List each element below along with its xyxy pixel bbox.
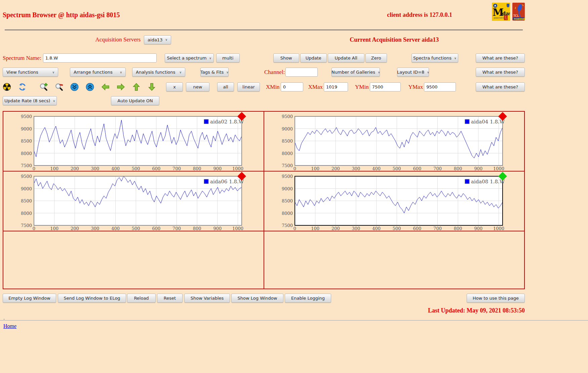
number-of-galleries-dropdown[interactable]: Number of Galleries∨	[331, 68, 380, 77]
xmax-label: XMax	[308, 84, 323, 90]
update-rate-dropdown[interactable]: Update Rate (8 secs)∨	[3, 96, 57, 105]
svg-text:8500: 8500	[21, 139, 32, 144]
svg-text:600: 600	[152, 226, 160, 230]
acquisition-server-value: aida13	[148, 37, 162, 42]
view-functions-dropdown[interactable]: View functions∨	[3, 68, 58, 77]
midas-logo-sub: powered by	[494, 17, 505, 19]
gallery-cell-aida08[interactable]: 7500800085009000950001002003004005006007…	[264, 172, 524, 231]
svg-text:500: 500	[132, 226, 140, 230]
zero-button[interactable]: Zero	[365, 53, 387, 63]
what-are-these-button-2[interactable]: What are these?	[476, 68, 525, 77]
update-rate-row: Update Rate (8 secs)∨ Auto Update ON	[3, 96, 525, 105]
logos: M idas powered by TCL	[492, 3, 525, 22]
layout-id-dropdown[interactable]: Layout ID=8∨	[397, 68, 429, 77]
gallery-cell-aida02[interactable]: 7500800085009000950001002003004005006007…	[3, 112, 264, 171]
svg-text:500: 500	[392, 166, 401, 171]
ymin-input[interactable]	[370, 82, 401, 91]
svg-text:700: 700	[433, 166, 442, 171]
home-link[interactable]: Home	[3, 323, 16, 329]
enable-logging-button[interactable]: Enable Logging	[285, 294, 331, 303]
stray-dot: .	[3, 317, 588, 320]
svg-text:1000: 1000	[493, 226, 504, 230]
all-button[interactable]: all	[217, 82, 234, 91]
auto-update-button[interactable]: Auto Update ON	[111, 96, 159, 105]
last-updated-text: Last Updated: May 09, 2021 08:53:50	[428, 307, 525, 314]
what-are-these-button-1[interactable]: What are these?	[476, 53, 525, 63]
svg-text:9000: 9000	[21, 126, 32, 132]
svg-text:600: 600	[152, 166, 160, 171]
gallery-cell-aida06[interactable]: 7500800085009000950001002003004005006007…	[3, 172, 264, 231]
svg-text:aida08 1.8.W: aida08 1.8.W	[471, 179, 505, 185]
chevron-down-icon: ∨	[165, 38, 167, 41]
log-buttons-row: Empty Log Window Send Log Window to ELog…	[3, 294, 525, 303]
tags-fits-dropdown[interactable]: Tags & Fits∨	[200, 68, 229, 77]
zoom-in-icon[interactable]	[39, 83, 48, 91]
svg-text:7500: 7500	[21, 223, 32, 228]
arrow-up-icon[interactable]	[132, 83, 141, 91]
reload-button[interactable]: Reload	[127, 294, 156, 303]
svg-text:9000: 9000	[21, 186, 32, 191]
svg-text:7500: 7500	[281, 223, 292, 228]
empty-log-window-button[interactable]: Empty Log Window	[3, 294, 56, 303]
channel-input[interactable]	[285, 68, 318, 77]
svg-text:8000: 8000	[21, 151, 32, 156]
show-button[interactable]: Show	[273, 53, 299, 63]
svg-text:aida04 1.8.W: aida04 1.8.W	[471, 119, 505, 125]
select-a-spectrum-dropdown[interactable]: Select a spectrum∨	[165, 53, 214, 63]
xmax-input[interactable]	[324, 82, 348, 91]
new-button[interactable]: new	[186, 82, 209, 91]
ymax-input[interactable]	[424, 82, 456, 91]
svg-text:900: 900	[474, 226, 482, 230]
svg-text:400: 400	[372, 226, 381, 230]
gallery-cell-aida04[interactable]: 7500800085009000950001002003004005006007…	[264, 112, 524, 171]
svg-text:400: 400	[111, 166, 120, 171]
show-variables-button[interactable]: Show Variables	[184, 294, 230, 303]
tcl-logo-powered: POWERED	[514, 18, 525, 21]
update-all-button[interactable]: Update All	[328, 53, 364, 63]
xmin-label: XMin	[266, 84, 280, 90]
send-log-window-to-elog-button[interactable]: Send Log Window to ELog	[58, 294, 126, 303]
svg-text:0: 0	[293, 226, 296, 230]
spectra-functions-dropdown[interactable]: Spectra functions∨	[411, 53, 458, 63]
chevron-down-icon: ∨	[179, 71, 182, 74]
chevron-down-icon: ∨	[427, 71, 429, 74]
multi-button[interactable]: multi	[216, 53, 240, 63]
svg-text:9000: 9000	[281, 186, 292, 191]
svg-text:400: 400	[372, 166, 381, 171]
xmin-input[interactable]	[281, 82, 303, 91]
linear-button[interactable]: linear	[237, 82, 260, 91]
show-log-window-button[interactable]: Show Log Window	[231, 294, 283, 303]
refresh-icon[interactable]	[18, 83, 27, 91]
radiation-icon[interactable]	[3, 83, 11, 91]
scroll-up-icon[interactable]	[86, 83, 94, 91]
how-to-use-this-page-button[interactable]: How to use this page	[467, 294, 525, 303]
scroll-down-icon[interactable]	[70, 83, 79, 91]
arrow-down-icon[interactable]	[148, 83, 156, 91]
spectrum-chart-aida06[interactable]: 7500800085009000950001002003004005006007…	[4, 172, 253, 230]
spectrum-chart-aida04[interactable]: 7500800085009000950001002003004005006007…	[265, 112, 514, 171]
acquisition-server-select[interactable]: aida13 ∨	[144, 35, 171, 44]
analysis-functions-dropdown[interactable]: Analysis functions∨	[132, 68, 185, 77]
spectrum-chart-aida08[interactable]: 7500800085009000950001002003004005006007…	[265, 172, 514, 230]
svg-text:300: 300	[352, 226, 360, 230]
what-are-these-button-3[interactable]: What are these?	[476, 82, 525, 91]
reset-button[interactable]: Reset	[157, 294, 183, 303]
midas-logo-icon: M idas powered by	[492, 3, 510, 22]
zoom-out-icon[interactable]	[55, 83, 63, 91]
arrange-functions-dropdown[interactable]: Arrange functions∨	[70, 68, 126, 77]
svg-text:100: 100	[311, 166, 319, 171]
gallery-cell-empty-2[interactable]	[264, 231, 524, 289]
x-button[interactable]: x	[166, 82, 183, 91]
spectrum-name-input[interactable]	[43, 53, 157, 63]
svg-text:900: 900	[474, 166, 482, 171]
chevron-down-icon: ∨	[454, 57, 457, 60]
svg-text:0: 0	[293, 166, 296, 171]
page-title: Spectrum Browser @ http aidas-gsi 8015	[3, 11, 120, 19]
gallery-cell-empty-1[interactable]	[3, 231, 264, 289]
update-button[interactable]: Update	[300, 53, 327, 63]
arrow-right-icon[interactable]	[117, 83, 125, 91]
arrow-left-icon[interactable]	[101, 83, 110, 91]
spectrum-browser-page: Spectrum Browser @ http aidas-gsi 8015 c…	[3, 0, 525, 314]
spectrum-chart-aida02[interactable]: 7500800085009000950001002003004005006007…	[4, 112, 253, 171]
svg-text:700: 700	[172, 226, 181, 230]
